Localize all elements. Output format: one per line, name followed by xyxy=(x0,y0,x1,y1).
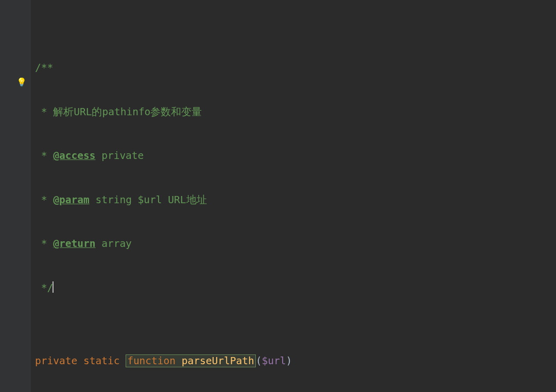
doc-tag-return: @return xyxy=(53,238,95,250)
kw-private: private xyxy=(35,355,77,367)
function-name: parseUrlPath xyxy=(182,355,254,367)
code-area[interactable]: /** * 解析URL的pathinfo参数和变量 * @access priv… xyxy=(31,0,556,392)
code-line: * 解析URL的pathinfo参数和变量 xyxy=(35,105,556,120)
editor-gutter: 💡 xyxy=(0,0,31,392)
docblock-text: * 解析URL的pathinfo参数和变量 xyxy=(35,106,202,118)
lightbulb-icon[interactable]: 💡 xyxy=(16,78,26,87)
code-line: /** xyxy=(35,61,556,76)
code-line: private static function parseUrlPath($ur… xyxy=(35,354,556,369)
docblock-open: /** xyxy=(35,62,53,74)
param-url: $url xyxy=(262,355,286,367)
code-line: */ xyxy=(35,281,556,296)
doc-tag-param: @param xyxy=(53,194,89,206)
doc-tag-access: @access xyxy=(53,150,95,162)
kw-static: static xyxy=(83,355,119,367)
docblock-close: */ xyxy=(35,282,53,294)
code-line: * @access private xyxy=(35,149,556,164)
function-name-highlight: function parseUrlPath xyxy=(126,354,256,367)
code-line: * @return array xyxy=(35,237,556,252)
text-caret xyxy=(53,281,54,293)
code-line: * @param string $url URL地址 xyxy=(35,193,556,208)
code-editor[interactable]: 💡 /** * 解析URL的pathinfo参数和变量 * @access pr… xyxy=(0,0,556,392)
